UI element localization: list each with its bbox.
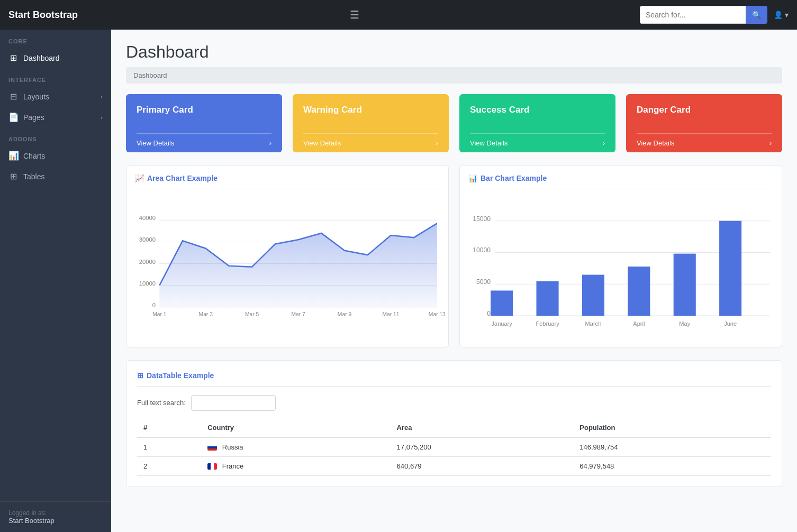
svg-text:January: January (491, 320, 512, 327)
datatable-icon: ⊞ (137, 371, 143, 380)
svg-text:Mar 7: Mar 7 (291, 311, 305, 317)
datatable-search-row: Full text search: (137, 395, 771, 411)
svg-text:0: 0 (487, 310, 491, 317)
svg-text:5000: 5000 (476, 278, 491, 286)
svg-text:15000: 15000 (473, 215, 491, 223)
bar-may (674, 254, 696, 316)
col-header-country: Country (201, 418, 390, 437)
sidebar-item-tables[interactable]: ⊞ Tables (0, 166, 111, 187)
user-chevron-icon: ▾ (785, 11, 789, 19)
pages-icon: 📄 (8, 112, 18, 122)
card-danger-link[interactable]: View Details › (637, 133, 772, 152)
breadcrumb: Dashboard (126, 67, 782, 84)
sidebar-section-interface: INTERFACE ⊟ Layouts › 📄 Pages › (0, 68, 111, 127)
datatable-search-input[interactable] (191, 395, 276, 411)
sidebar-item-layouts[interactable]: ⊟ Layouts › (0, 86, 111, 107)
brand-title: Start Bootstrap (8, 10, 78, 21)
sidebar-section-core: CORE ⊞ Dashboard (0, 30, 111, 68)
layouts-icon: ⊟ (8, 91, 18, 102)
sidebar-item-label-charts: Charts (23, 152, 45, 160)
sidebar-item-label-tables: Tables (23, 172, 44, 181)
bar-chart-svg: 0 5000 10000 15000 (468, 196, 773, 336)
card-primary-link[interactable]: View Details › (137, 133, 271, 152)
card-success-link[interactable]: View Details › (470, 133, 605, 152)
sidebar-section-label-interface: INTERFACE (0, 68, 111, 86)
card-primary-title: Primary Card (137, 105, 271, 115)
area-chart-card: 📈 Area Chart Example 0 10000 20000 30000… (126, 165, 449, 347)
sidebar-item-label-dashboard: Dashboard (23, 54, 60, 62)
search-label: Full text search: (137, 399, 186, 407)
card-success: Success Card View Details › (459, 94, 615, 152)
menu-toggle-button[interactable]: ☰ (350, 8, 359, 21)
sidebar-item-pages[interactable]: 📄 Pages › (0, 107, 111, 127)
table-header: # Country Area Population (137, 418, 771, 437)
sidebar-item-label-layouts: Layouts (23, 93, 49, 101)
bar-february (536, 281, 558, 316)
sidebar-section-label-addons: ADDONS (0, 127, 111, 145)
svg-text:Mar 3: Mar 3 (199, 311, 213, 317)
bar-march (582, 275, 604, 316)
search-input[interactable] (640, 6, 746, 24)
charts-row: 📈 Area Chart Example 0 10000 20000 30000… (126, 165, 782, 347)
svg-text:Mar 13: Mar 13 (429, 311, 446, 317)
card-danger-arrow-icon: › (769, 139, 772, 147)
datatable-title: ⊞ DataTable Example (137, 371, 771, 387)
dashboard-icon: ⊞ (8, 53, 18, 63)
area-chart-svg: 0 10000 20000 30000 40000 (135, 196, 440, 326)
sidebar-item-label-pages: Pages (23, 113, 44, 122)
datatable-card: ⊞ DataTable Example Full text search: # … (126, 360, 782, 487)
user-menu-button[interactable]: 👤 ▾ (774, 11, 789, 19)
svg-text:Mar 11: Mar 11 (382, 311, 399, 317)
main-wrapper: CORE ⊞ Dashboard INTERFACE ⊟ Layouts › 📄… (0, 30, 797, 532)
card-warning-link[interactable]: View Details › (303, 133, 438, 152)
logged-in-username: Start Bootstrap (8, 517, 103, 525)
table-body: 1 Russia 17,075,200 146,989,754 2 France (137, 437, 771, 476)
bar-june (719, 221, 741, 316)
navbar: Start Bootstrap ☰ 🔍 👤 ▾ (0, 0, 797, 30)
search-button[interactable]: 🔍 (746, 6, 767, 24)
card-warning: Warning Card View Details › (293, 94, 449, 152)
svg-text:10000: 10000 (473, 246, 491, 254)
area-chart-icon: 📈 (135, 174, 144, 182)
svg-text:April: April (633, 320, 645, 327)
sidebar-footer: Logged in as: Start Bootstrap (0, 501, 111, 532)
flag-russia (207, 444, 217, 451)
col-header-num: # (137, 418, 201, 437)
user-icon: 👤 (774, 11, 783, 19)
bar-chart-card: 📊 Bar Chart Example 0 5000 10000 15000 (459, 165, 782, 347)
main-content: Dashboard Dashboard Primary Card View De… (111, 30, 797, 532)
table-row: 1 Russia 17,075,200 146,989,754 (137, 437, 771, 457)
sidebar-item-dashboard[interactable]: ⊞ Dashboard (0, 48, 111, 68)
bar-january (491, 290, 513, 316)
table-row: 2 France 640,679 64,979,548 (137, 456, 771, 475)
cell-country-1: Russia (201, 437, 390, 457)
svg-text:June: June (724, 320, 737, 327)
charts-icon: 📊 (8, 151, 18, 161)
svg-text:May: May (679, 320, 690, 327)
cell-area-1: 17,075,200 (391, 437, 574, 457)
svg-text:0: 0 (152, 302, 156, 308)
flag-france (207, 463, 217, 470)
card-warning-arrow-icon: › (436, 139, 438, 147)
sidebar-section-addons: ADDONS 📊 Charts ⊞ Tables (0, 127, 111, 187)
cell-num-1: 1 (137, 437, 201, 457)
sidebar-item-charts[interactable]: 📊 Charts (0, 145, 111, 166)
card-success-arrow-icon: › (603, 139, 605, 147)
cell-num-2: 2 (137, 456, 201, 475)
area-chart-title: 📈 Area Chart Example (135, 174, 440, 189)
page-title: Dashboard (126, 42, 782, 62)
cell-area-2: 640,679 (391, 456, 574, 475)
card-success-title: Success Card (470, 105, 605, 115)
card-danger-title: Danger Card (637, 105, 772, 115)
svg-text:10000: 10000 (139, 280, 156, 287)
svg-text:40000: 40000 (139, 215, 156, 221)
col-header-area: Area (391, 418, 574, 437)
svg-text:20000: 20000 (139, 259, 156, 265)
tables-icon: ⊞ (8, 171, 18, 181)
sidebar-section-label-core: CORE (0, 30, 111, 48)
card-primary-arrow-icon: › (269, 139, 271, 147)
logged-in-label: Logged in as: (8, 509, 103, 517)
bar-chart-icon: 📊 (468, 174, 477, 182)
svg-text:Mar 5: Mar 5 (245, 311, 259, 317)
card-danger: Danger Card View Details › (626, 94, 782, 152)
